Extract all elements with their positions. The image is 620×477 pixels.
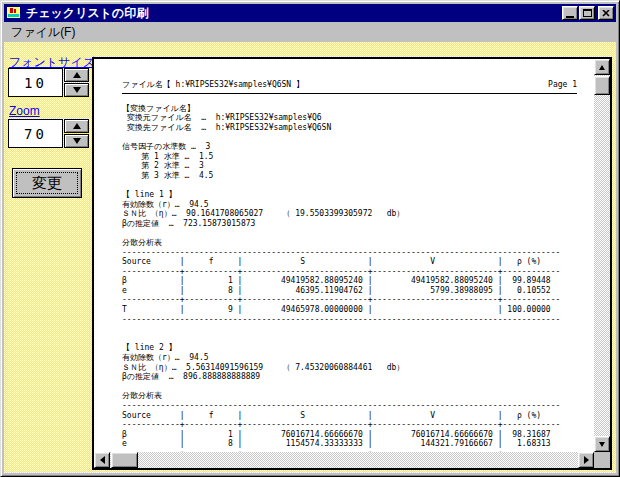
vertical-scrollbar[interactable]	[594, 59, 610, 452]
doc-line: ------------+-----------+---------------…	[122, 267, 590, 277]
zoom-up-button[interactable]	[64, 119, 89, 133]
scroll-up-button[interactable]	[594, 59, 610, 75]
title-bar: チェックリストの印刷	[4, 4, 616, 22]
horizontal-scrollbar[interactable]	[94, 452, 594, 468]
doc-line: 第 1 水準 … 1.5	[122, 152, 590, 162]
zoom-spin-buttons	[64, 119, 89, 148]
doc-line: β | 1 | 49419582.88095240 | 49419582.880…	[122, 276, 590, 286]
doc-line: 【 line 2 】	[122, 343, 590, 353]
change-button[interactable]: 変更	[12, 168, 82, 198]
doc-line: Source | f | S | V | ρ (%)	[122, 411, 590, 421]
doc-line: Source | f | S | V | ρ (%)	[122, 257, 590, 267]
scrollbar-corner	[594, 452, 610, 468]
font-size-input[interactable]: 10	[8, 68, 63, 97]
doc-line: ------------+-----------+---------------…	[122, 420, 590, 430]
font-size-spinner: 10	[8, 68, 89, 97]
close-icon	[602, 10, 610, 17]
font-size-spin-buttons	[64, 68, 89, 97]
client-area: フォントサイズ 10 Zoom 70 変更 ファイル名【 h:¥RIPSES32…	[4, 42, 616, 473]
doc-line: 有効除数（r）… 94.5	[122, 200, 590, 210]
doc-line: ----------------------------------------…	[122, 248, 590, 258]
scroll-down-button[interactable]	[594, 436, 610, 452]
maximize-icon	[583, 9, 592, 17]
doc-header: ファイル名【 h:¥RIPSES32¥samples¥Q6SN 】 Page 1	[122, 80, 577, 94]
arrow-down-icon	[73, 138, 81, 144]
doc-line	[122, 334, 590, 344]
doc-line: e | 8 | 46395.11904762 | 5799.38988095 |…	[122, 286, 590, 296]
doc-line: 【 line 1 】	[122, 190, 590, 200]
doc-line: e | 8 | 1154574.33333333 | 144321.791666…	[122, 439, 590, 449]
print-preview: ファイル名【 h:¥RIPSES32¥samples¥Q6SN 】 Page 1…	[92, 57, 612, 470]
doc-line: 分散分析表	[122, 391, 590, 401]
close-button[interactable]	[598, 6, 614, 20]
doc-line	[122, 180, 590, 190]
menu-file[interactable]: ファイル(F)	[4, 22, 82, 43]
doc-line: ＳＮ比 （η）… 5.56314091596159 （ 7.4532006088…	[122, 363, 590, 373]
doc-line: 変換先ファイル名 … h:¥RIPSES32¥samples¥Q6SN	[122, 123, 590, 133]
doc-line	[122, 324, 590, 334]
horizontal-scroll-thumb[interactable]	[111, 452, 138, 468]
arrow-up-icon	[599, 65, 605, 70]
doc-line: 【変換ファイル名】	[122, 104, 590, 114]
doc-file-name: ファイル名【 h:¥RIPSES32¥samples¥Q6SN 】	[122, 80, 304, 90]
doc-line: β | 1 | 76016714.66666670 | 76016714.666…	[122, 430, 590, 440]
minimize-icon	[566, 16, 574, 18]
arrow-right-icon	[584, 456, 589, 464]
zoom-down-button[interactable]	[64, 134, 89, 148]
doc-line: ------------+-----------+---------------…	[122, 295, 590, 305]
doc-line	[122, 132, 590, 142]
scroll-right-button[interactable]	[578, 452, 594, 468]
window-title: チェックリストの印刷	[26, 5, 561, 22]
arrow-down-icon	[599, 442, 605, 447]
doc-line: 第 3 水準 … 4.5	[122, 171, 590, 181]
doc-line	[122, 228, 590, 238]
arrow-up-icon	[73, 123, 81, 129]
menu-bar: ファイル(F)	[4, 22, 616, 42]
zoom-spinner: 70	[8, 119, 89, 148]
doc-line: 変換元ファイル名 … h:¥RIPSES32¥samples¥Q6	[122, 113, 590, 123]
vertical-scroll-thumb[interactable]	[594, 76, 610, 95]
doc-line: 第 2 水準 … 3	[122, 161, 590, 171]
doc-line	[122, 382, 590, 392]
doc-line: ----------------------------------------…	[122, 401, 590, 411]
doc-line: ＳＮ比 （η）… 90.1641708065027 （ 19.550339930…	[122, 209, 590, 219]
preview-page: ファイル名【 h:¥RIPSES32¥samples¥Q6SN 】 Page 1…	[94, 59, 594, 452]
arrow-down-icon	[73, 87, 81, 93]
font-size-down-button[interactable]	[64, 83, 89, 97]
arrow-left-icon	[100, 456, 105, 464]
zoom-input[interactable]: 70	[8, 119, 63, 148]
doc-line: 分散分析表	[122, 238, 590, 248]
app-icon	[6, 6, 22, 20]
minimize-button[interactable]	[562, 6, 578, 20]
doc-lines: 【変換ファイル名】 変換元ファイル名 … h:¥RIPSES32¥samples…	[122, 104, 590, 452]
maximize-button[interactable]	[579, 6, 595, 20]
dialog-window: チェックリストの印刷 ファイル(F) フォントサイズ 10 Zoom 70	[0, 0, 620, 477]
doc-page-number: Page 1	[548, 80, 577, 90]
change-button-label: 変更	[16, 172, 78, 194]
doc-line: βの推定値 … 896.888888888889	[122, 372, 590, 382]
zoom-label: Zoom	[9, 104, 40, 118]
doc-line: ----------------------------------------…	[122, 315, 590, 325]
doc-line: 有効除数（r）… 94.5	[122, 353, 590, 363]
doc-line: βの推定値 … 723.15873015873	[122, 219, 590, 229]
doc-line: T | 9 | 49465978.00000000 | | 100.00000	[122, 305, 590, 315]
scroll-left-button[interactable]	[94, 452, 110, 468]
font-size-up-button[interactable]	[64, 68, 89, 82]
doc-line: 信号因子の水準数 … 3	[122, 142, 590, 152]
arrow-up-icon	[73, 72, 81, 78]
